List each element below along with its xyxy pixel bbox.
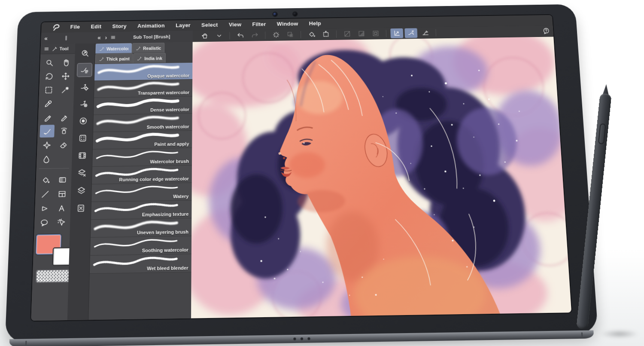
navigator-zoom-button[interactable] <box>77 46 92 60</box>
deselect-button[interactable] <box>270 30 282 40</box>
help-button[interactable] <box>539 26 553 36</box>
save-button[interactable] <box>198 31 211 41</box>
tool-fill[interactable] <box>38 173 53 186</box>
tab-india-ink[interactable]: India ink <box>134 53 166 63</box>
brush-name: Running color edge watercolor <box>119 176 189 182</box>
selection-frame-button[interactable] <box>369 28 382 38</box>
menu-item-edit[interactable]: Edit <box>85 21 107 32</box>
undo-button[interactable] <box>234 31 246 40</box>
tool-eraser[interactable] <box>56 138 71 151</box>
menu-item-help[interactable]: Help <box>304 18 327 29</box>
modify-tool-button[interactable] <box>76 80 91 94</box>
menu-item-select[interactable]: Select <box>196 20 223 31</box>
brush-name: Dense watercolor <box>150 107 189 113</box>
tool-balloon[interactable] <box>36 216 52 230</box>
menu-item-filter[interactable]: Filter <box>247 19 272 30</box>
tab-realistic[interactable]: Realistic <box>132 43 165 53</box>
tool-decoration[interactable] <box>39 138 54 151</box>
tab-watercolor[interactable]: Watercolor <box>95 43 132 54</box>
tool-polyline[interactable] <box>37 202 52 215</box>
brush-item-emphasizing-texture[interactable]: Emphasizing texture <box>91 201 192 220</box>
clip-studio-logo-icon[interactable] <box>51 23 61 32</box>
tool-gradient[interactable] <box>55 173 70 186</box>
tool-frame-border[interactable] <box>55 187 70 201</box>
tool-auto-select[interactable] <box>58 83 72 96</box>
materials-button[interactable] <box>74 166 89 180</box>
snap-to-curve-button[interactable] <box>404 28 417 38</box>
menu-item-story[interactable]: Story <box>107 21 132 32</box>
tool-selection[interactable] <box>41 83 56 96</box>
brush-item-wet-bleed-blender[interactable]: Wet bleed blender <box>90 254 191 274</box>
brush-settings-button[interactable] <box>77 63 91 77</box>
transparent-color-swatch[interactable] <box>36 269 71 283</box>
menu-item-window[interactable]: Window <box>271 18 304 29</box>
brush-name: Smooth watercolor <box>147 124 189 130</box>
timeline-button[interactable] <box>75 149 90 162</box>
reselect-button[interactable] <box>284 30 297 40</box>
brush-item-paint-and-apply[interactable]: Paint and apply <box>93 131 192 150</box>
subtool-menu-icon[interactable] <box>110 34 117 40</box>
tool-blend[interactable] <box>39 153 54 165</box>
close-canvas-button[interactable] <box>73 201 88 215</box>
color-set-button[interactable] <box>75 132 90 145</box>
brush-item-running-color-edge-watercolor[interactable]: Running color edge watercolor <box>92 165 192 184</box>
tab-label: Thick paint <box>106 56 130 61</box>
brush-item-transparent-watercolor[interactable]: Transparent watercolor <box>94 80 192 98</box>
brush-item-watercolor-brush[interactable]: Watercolor brush <box>92 148 192 167</box>
tool-pencil[interactable] <box>57 111 72 124</box>
palette-scroll-thumb[interactable] <box>65 36 67 40</box>
brush-item-dense-watercolor[interactable]: Dense watercolor <box>94 96 192 115</box>
toolbar-separator <box>435 29 436 36</box>
tool-line[interactable] <box>37 187 52 201</box>
snap-to-ruler-button[interactable] <box>390 28 403 38</box>
fill-button[interactable] <box>305 29 318 39</box>
brush-item-soothing-watercolor[interactable]: Soothing watercolor <box>90 236 191 255</box>
brush-item-watery[interactable]: Watery <box>91 183 192 202</box>
tool-rotate[interactable] <box>42 70 56 83</box>
tool-zoom[interactable] <box>42 56 57 69</box>
brush-pen-icon <box>99 56 105 62</box>
canvas-artwork[interactable] <box>191 37 571 318</box>
menu-item-layer[interactable]: Layer <box>170 20 196 31</box>
brush-item-uneven-layering-brush[interactable]: Uneven layering brush <box>91 218 191 238</box>
tab-label: Watercolor <box>106 46 128 51</box>
brush-name: Watery <box>173 194 189 199</box>
transform-button[interactable] <box>319 29 332 39</box>
tool-palette-title-bar[interactable]: Tool <box>40 43 75 54</box>
toolbar-separator <box>336 31 337 38</box>
menu-item-animation[interactable]: Animation <box>132 21 170 32</box>
subtool-back-button[interactable]: « <box>95 32 103 43</box>
subtool-forward-button[interactable]: › <box>103 32 109 43</box>
tool-brush[interactable] <box>39 125 55 138</box>
layers-button[interactable] <box>73 184 88 198</box>
tool-hand[interactable] <box>58 56 73 69</box>
tool-pen[interactable] <box>40 111 55 124</box>
save-options-button[interactable] <box>213 31 225 40</box>
brush-name: Opaque watercolor <box>147 73 189 79</box>
collapse-palette-button[interactable]: « <box>41 33 51 44</box>
tool-move[interactable] <box>58 70 73 82</box>
brush-item-smooth-watercolor[interactable]: Smooth watercolor <box>93 113 192 132</box>
menu-item-file[interactable]: File <box>65 21 86 32</box>
selection-area-button[interactable] <box>355 29 368 39</box>
menu-item-view[interactable]: View <box>223 19 247 30</box>
selection-line-button[interactable] <box>340 29 353 39</box>
redo-button[interactable] <box>248 30 261 40</box>
correction-button[interactable] <box>76 97 91 110</box>
brush-item-opaque-watercolor[interactable]: Opaque watercolor <box>94 63 192 81</box>
tool-palette-title: Tool <box>60 46 71 51</box>
tool-eyedropper[interactable] <box>41 97 56 110</box>
tool-airbrush[interactable] <box>56 125 71 138</box>
brush-stroke-preview <box>93 184 179 196</box>
brush-pen-icon <box>137 55 143 61</box>
tab-thick-paint[interactable]: Thick paint <box>95 53 133 64</box>
tool-object[interactable] <box>53 216 68 229</box>
tool-palette-menu-icon[interactable] <box>43 46 50 52</box>
record-button[interactable] <box>76 114 91 128</box>
brush-pen-icon <box>99 46 105 52</box>
pogo-pin <box>293 337 296 340</box>
subtool-panel-title: Sub Tool [Brush] <box>117 34 193 40</box>
brush-list: Opaque watercolorTransparent watercolorD… <box>88 63 192 320</box>
snap-to-special-ruler-button[interactable] <box>419 28 431 38</box>
tool-text[interactable] <box>54 202 69 215</box>
